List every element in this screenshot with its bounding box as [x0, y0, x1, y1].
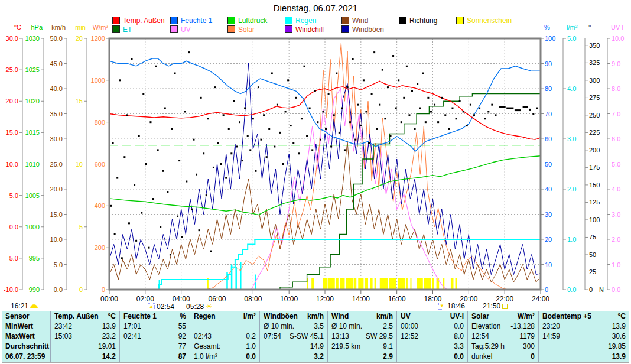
col-header-7: Bodentemp +5°C [539, 311, 629, 321]
direction-dot [236, 145, 238, 147]
row-label-1: MinWert [2, 321, 51, 332]
temperature-scale-tick: -10.0 [4, 286, 18, 293]
table-cell-6-3: Tag:5:29 h300 [468, 342, 539, 352]
direction-dot [408, 114, 410, 116]
row-label-0: Sensor [2, 311, 51, 321]
table-cell-3-2: 07:54S-SW 45.1 [260, 332, 328, 342]
table-cell-7-2: 14:5930.6 [539, 332, 629, 342]
direction-scale-tick: 325 [589, 59, 600, 66]
row-label-4: 06.07. 23:59 [2, 352, 51, 362]
direction-scale-tick: 175 [589, 164, 600, 171]
solar-scale-tick: 0 [102, 286, 105, 293]
uv-scale-tick: 1.0 [612, 261, 620, 268]
direction-dot [320, 139, 321, 141]
solar-scale-tick: 800 [95, 119, 105, 126]
humidity-scale-tick: 60 [545, 135, 552, 142]
sunshine-bar [375, 278, 376, 289]
moonset-icon: ▼ [438, 303, 445, 310]
sunshine-bar [432, 278, 434, 289]
direction-dot [328, 93, 330, 95]
windspeed-scale-tick: 35.0 [50, 110, 63, 118]
direction-dot [134, 184, 135, 186]
direction-dot [430, 110, 432, 112]
direction-dot [196, 174, 197, 176]
direction-dot [437, 121, 439, 123]
direction-dot [301, 118, 303, 119]
humidity-scale-tick: 30 [545, 211, 552, 218]
direction-dot [395, 108, 397, 109]
direction-scale-tick: 0 [589, 286, 593, 293]
table-cell-5-1: 00:000.0 [397, 321, 468, 332]
temperature-scale-tick: 0.0 [9, 223, 18, 230]
direction-dot [242, 160, 243, 161]
col-header-3: Windböenkm/h [260, 311, 328, 321]
direction-dot [304, 66, 305, 67]
x-axis-label: 10:00 [280, 295, 298, 303]
humidity-scale-tick: 70 [545, 110, 552, 118]
sunset-time: 21:50 [483, 302, 500, 310]
col-header-0: Temp. Außen°C [51, 311, 120, 321]
table-cell-1-1: 17:0155 [120, 321, 190, 332]
windspeed-scale-tick: 15.0 [50, 211, 63, 218]
direction-dot [403, 97, 405, 99]
col-header-4: Windkm/h [328, 311, 397, 321]
rain-scale-tick: 1.0 [567, 236, 576, 243]
table-cell-7-4: 13.9 [539, 352, 629, 362]
direction-dot [379, 104, 380, 106]
direction-dot [352, 58, 354, 60]
direction-dot [341, 108, 343, 109]
direction-dot [206, 194, 207, 196]
direction-dot [271, 73, 273, 74]
table-cell-1-4: 87 [120, 352, 190, 362]
direction-dot [414, 128, 416, 130]
direction-dot [145, 163, 147, 165]
direction-dot [466, 125, 468, 126]
sunshine-bar [358, 278, 363, 289]
direction-dot [339, 132, 340, 134]
uv-scale-tick: 0.0 [612, 286, 620, 293]
windspeed-scale-tick: 20.0 [50, 186, 63, 193]
direction-dot [373, 51, 375, 53]
direction-scale-tick: 100 [589, 216, 600, 223]
direction-dot [112, 142, 114, 144]
direction-dot [382, 69, 383, 71]
day-length-label: 16:21 [11, 302, 28, 310]
uv-scale-tick: 6.0 [612, 135, 620, 142]
direction-dot [419, 108, 421, 109]
direction-dot [479, 108, 480, 109]
sunshine-scale-tick: 0 [79, 286, 83, 293]
direction-dot [292, 142, 294, 144]
humidity-scale-tick: 50 [545, 161, 552, 168]
direction-dot [110, 205, 112, 207]
direction-dot [411, 90, 413, 92]
direction-dot [244, 108, 246, 109]
direction-dot [387, 86, 389, 88]
direction-dot [347, 86, 349, 88]
pressure-scale-tick: 1000 [25, 223, 40, 230]
direction-dot [306, 135, 308, 137]
direction-dot [434, 104, 435, 106]
x-axis-label: 08:00 [244, 295, 262, 303]
humidity-scale-tick: 0 [545, 286, 548, 293]
direction-dot [171, 128, 173, 130]
direction-dot [220, 163, 222, 165]
table-cell-3-3: 14.9 [260, 342, 328, 352]
sensor-stats-table: SensorTemp. Außen°CFeuchte 1%Regenl/m²Wi… [2, 311, 629, 363]
table-cell-0-3: 19.01 [51, 342, 120, 352]
direction-dot [200, 97, 202, 99]
sunshine-bar [398, 278, 405, 289]
humidity-scale-tick: 20 [545, 236, 552, 243]
direction-dot [193, 139, 194, 141]
direction-scale-tick: 150 [589, 181, 600, 188]
direction-dot [141, 212, 142, 214]
pressure-scale-tick: 1030 [25, 35, 40, 42]
uv-scale-tick: 7.0 [612, 110, 620, 118]
direction-dot [178, 160, 180, 161]
col-header-1: Feuchte 1% [120, 311, 190, 321]
direction-dot [425, 121, 427, 123]
sunrise-sun-icon: ☀ [206, 302, 213, 311]
sunshine-scale-tick: 5 [79, 223, 83, 230]
sunshine-bar [340, 278, 345, 289]
table-cell-7-3: 19.85 [539, 342, 629, 352]
morning-markers: ▲ 02:54 05:28 ☀ [148, 302, 213, 311]
